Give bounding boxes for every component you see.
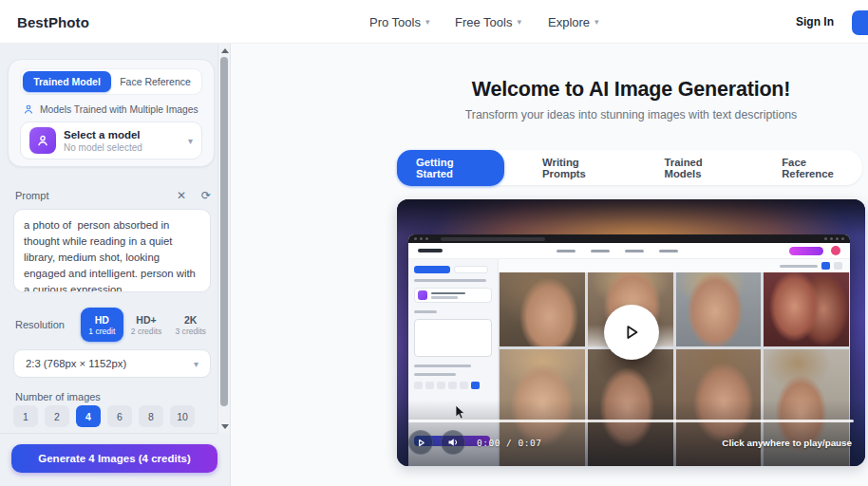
num-images-6[interactable]: 6: [107, 405, 132, 427]
model-select-subtitle: No model selected: [64, 142, 142, 153]
generated-image: [764, 272, 849, 346]
brand-logo[interactable]: BestPhoto: [17, 0, 89, 44]
refresh-prompt-icon[interactable]: ⟳: [201, 190, 211, 201]
sidebar-scrollbar[interactable]: [217, 44, 230, 433]
video-progress-bar[interactable]: [408, 420, 854, 422]
resolution-options: HD 1 credit HD+ 2 credits 2K 3 credits: [81, 308, 212, 342]
chevron-down-icon: ▾: [517, 17, 521, 27]
chevron-down-icon: ▾: [594, 17, 599, 27]
video-controls: 0:00 / 0:07 Click anywhere to play/pause: [408, 429, 852, 456]
nav-free-tools-label: Free Tools: [455, 15, 512, 29]
num-images-4[interactable]: 4: [76, 405, 101, 427]
tab-face-reference[interactable]: Face Reference: [772, 150, 862, 186]
model-avatar-icon: [29, 127, 56, 154]
resolution-option-hd-plus[interactable]: HD+ 2 credits: [125, 308, 168, 342]
top-navbar: BestPhoto Pro Tools ▾ Free Tools ▾ Explo…: [0, 0, 868, 44]
models-caption-row: Models Trained with Multiple Images: [23, 103, 198, 115]
scroll-down-icon[interactable]: [221, 424, 229, 429]
nav-explore-label: Explore: [548, 15, 590, 29]
play-icon: [416, 438, 426, 448]
mini-browser-chrome: [408, 234, 850, 243]
generate-button[interactable]: Generate 4 Images (4 credits): [11, 444, 217, 473]
sign-in-link[interactable]: Sign In: [796, 0, 834, 44]
page-subtitle: Transform your ideas into stunning image…: [397, 108, 865, 122]
aspect-ratio-value: 2:3 (768px × 1152px): [26, 358, 126, 369]
num-images-2[interactable]: 2: [45, 405, 69, 427]
generated-image: [500, 272, 585, 346]
resolution-credits: 1 credit: [88, 327, 115, 336]
chevron-down-icon: ▾: [425, 17, 430, 27]
num-images-1[interactable]: 1: [13, 405, 38, 427]
tab-trained-model[interactable]: Trained Model: [23, 71, 111, 92]
play-button[interactable]: [408, 430, 433, 455]
num-images-10[interactable]: 10: [170, 405, 195, 427]
help-tabs: Getting Started Writing Prompts Trained …: [397, 150, 862, 185]
user-icon: [23, 103, 34, 115]
prompt-input[interactable]: a photo of person absorbed in thought wh…: [13, 209, 211, 292]
model-mode-tabs: Trained Model Face Reference: [20, 68, 202, 95]
nav-free-tools[interactable]: Free Tools ▾: [455, 0, 521, 44]
chevron-down-icon: ▾: [188, 136, 193, 146]
nav-pro-tools-label: Pro Tools: [369, 15, 421, 29]
mini-app-navbar: [408, 243, 850, 259]
play-icon: [621, 322, 642, 343]
nav-explore[interactable]: Explore ▾: [548, 0, 599, 44]
volume-icon: [447, 437, 459, 448]
nav-pro-tools[interactable]: Pro Tools ▾: [369, 0, 430, 44]
tab-writing-prompts[interactable]: Writing Prompts: [533, 150, 627, 186]
video-hint: Click anywhere to play/pause: [722, 438, 852, 448]
chevron-down-icon: ▾: [194, 359, 198, 369]
prompt-label: Prompt: [15, 190, 48, 201]
model-select[interactable]: Select a model No model selected ▾: [20, 122, 202, 159]
model-select-title: Select a model: [64, 128, 142, 142]
clear-prompt-icon[interactable]: ✕: [177, 190, 186, 201]
user-icon: [36, 134, 49, 147]
sign-up-button[interactable]: [852, 10, 868, 35]
scrollbar-thumb[interactable]: [220, 57, 228, 406]
divider: [0, 433, 217, 434]
resolution-option-2k[interactable]: 2K 3 credits: [169, 308, 212, 342]
resolution-credits: 3 credits: [175, 327, 205, 336]
model-select-text: Select a model No model selected: [64, 128, 142, 153]
tab-face-reference[interactable]: Face Reference: [111, 71, 199, 92]
tab-trained-models[interactable]: Trained Models: [655, 150, 745, 186]
resolution-name: 2K: [184, 314, 197, 326]
resolution-name: HD+: [136, 314, 156, 326]
models-caption: Models Trained with Multiple Images: [40, 104, 198, 115]
resolution-label: Resolution: [15, 319, 65, 330]
generation-sidebar: Trained Model Face Reference Models Trai…: [0, 44, 231, 486]
volume-button[interactable]: [441, 430, 465, 455]
play-overlay-button[interactable]: [604, 305, 659, 360]
generated-image: [676, 272, 762, 346]
resolution-name: HD: [95, 314, 109, 326]
tutorial-video-player[interactable]: 0:00 / 0:07 Click anywhere to play/pause: [397, 199, 865, 466]
number-of-images-label: Number of images: [15, 391, 101, 402]
main-content: Welcome to AI Image Generation! Transfor…: [231, 44, 868, 486]
resolution-credits: 2 credits: [131, 327, 161, 336]
scroll-up-icon[interactable]: [221, 48, 229, 53]
prompt-header: Prompt ✕ ⟳: [15, 190, 211, 201]
model-source-card: Trained Model Face Reference Models Trai…: [8, 59, 215, 167]
tab-getting-started[interactable]: Getting Started: [397, 150, 504, 186]
resolution-option-hd[interactable]: HD 1 credit: [81, 308, 123, 342]
aspect-ratio-select[interactable]: 2:3 (768px × 1152px) ▾: [13, 349, 211, 378]
video-time: 0:00 / 0:07: [477, 438, 541, 448]
num-images-8[interactable]: 8: [139, 405, 163, 427]
page-title: Welcome to AI Image Generation!: [397, 78, 865, 102]
number-of-images-options: 1 2 4 6 8 10: [13, 405, 195, 427]
